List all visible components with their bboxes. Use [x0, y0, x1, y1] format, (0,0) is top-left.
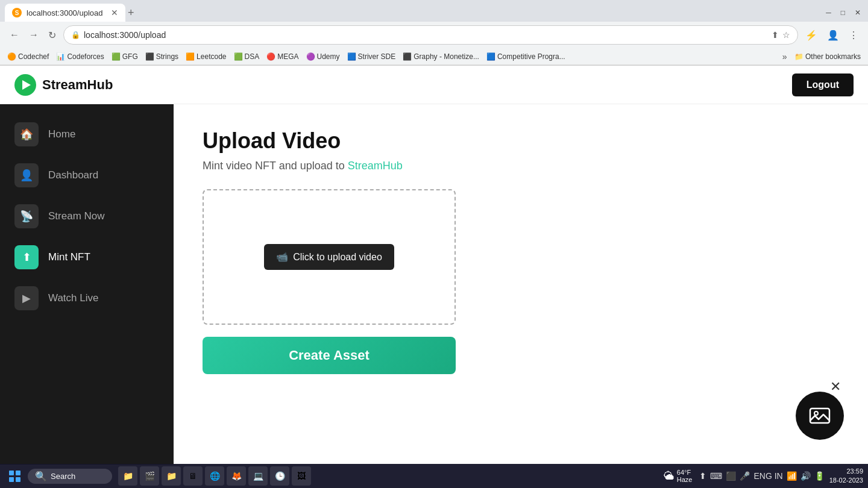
app-logo-text: StreamHub [42, 77, 113, 93]
logo-icon [14, 74, 36, 96]
tab-bar: S localhost:3000/upload ✕ + ─ □ ✕ [0, 0, 868, 22]
upload-dropzone[interactable]: 📹 Click to upload video [203, 189, 456, 325]
search-label: Search [51, 472, 75, 481]
tab-favicon: S [12, 8, 22, 17]
taskbar-app-firefox[interactable]: 🦊 [227, 466, 246, 486]
svg-rect-0 [810, 408, 829, 423]
bm-icon: 🟠 [7, 52, 16, 61]
bookmark-strings[interactable]: ⬛Strings [145, 52, 178, 61]
taskbar-app-files[interactable]: 📁 [118, 466, 137, 486]
taskbar-app-photos[interactable]: 🖼 [292, 466, 311, 486]
bookmarks-more-button[interactable]: » [782, 52, 787, 61]
maximize-button[interactable]: □ [838, 6, 848, 19]
volume-icon[interactable]: 🔊 [800, 471, 811, 481]
bm-icon: 🟧 [186, 52, 195, 61]
clock-date: 18-02-2023 [829, 476, 863, 485]
svg-point-1 [814, 411, 818, 415]
bookmark-mega[interactable]: 🔴MEGA [266, 52, 298, 61]
active-tab[interactable]: S localhost:3000/upload ✕ [5, 4, 125, 22]
extensions-button[interactable]: ⚡ [803, 27, 820, 43]
bm-icon: ⬛ [145, 52, 154, 61]
sidebar-item-mint-nft[interactable]: ⬆ Mint NFT [0, 237, 174, 278]
logout-button[interactable]: Logout [792, 74, 854, 96]
back-button[interactable]: ← [7, 27, 22, 43]
create-asset-button[interactable]: Create Asset [203, 337, 456, 374]
bookmark-bar: 🟠Codechef 📊Codeforces 🟩GFG ⬛Strings 🟧Lee… [0, 48, 868, 65]
system-tray-icons: ⬆ ⌨ ⬛ 🎤 ENG IN 📶 🔊 🔋 [699, 471, 824, 481]
taskbar-app-clock[interactable]: 🕒 [270, 466, 289, 486]
address-input[interactable]: 🔒 localhost:3000/upload ⬆ ☆ [63, 25, 798, 45]
tray-icon-1[interactable]: ⬆ [699, 471, 706, 481]
bookmark-gfg[interactable]: 🟩GFG [112, 52, 138, 61]
upload-video-button[interactable]: 📹 Click to upload video [264, 244, 394, 270]
taskbar-app-vscode[interactable]: 💻 [248, 466, 268, 486]
weather-condition: Haze [677, 476, 693, 483]
taskbar: 🔍 Search 📁 🎬 📁 🖥 🌐 🦊 💻 🕒 🖼 🌥 64°F Haze ⬆… [0, 464, 868, 488]
logo-area: StreamHub [14, 74, 113, 96]
taskbar-app-store[interactable]: 🖥 [183, 466, 203, 486]
address-text: localhost:3000/upload [84, 30, 768, 40]
sidebar: 🏠 Home 👤 Dashboard 📡 Stream Now ⬆ Mint N… [0, 104, 174, 465]
weather-icon: 🌥 [664, 470, 675, 483]
play-icon [22, 80, 31, 90]
bookmark-codechef[interactable]: 🟠Codechef [7, 52, 49, 61]
bookmark-competitive[interactable]: 🟦Competitive Progra... [486, 52, 565, 61]
bookmark-leetcode[interactable]: 🟧Leetcode [186, 52, 226, 61]
reload-button[interactable]: ↻ [46, 27, 58, 43]
address-action-icons: ⬆ ☆ [772, 30, 790, 40]
taskbar-app-edge[interactable]: 🌐 [205, 466, 224, 486]
mic-icon[interactable]: 🎤 [740, 471, 750, 481]
battery-icon[interactable]: 🔋 [814, 471, 825, 481]
sidebar-label-home: Home [48, 128, 75, 140]
other-bookmarks-button[interactable]: 📁 Other bookmarks [794, 52, 861, 61]
watch-icon: ▶ [14, 286, 39, 310]
menu-button[interactable]: ⋮ [846, 27, 861, 43]
tray-icon-2[interactable]: ⌨ [710, 471, 722, 481]
sidebar-item-stream-now[interactable]: 📡 Stream Now [0, 196, 174, 237]
tray-icon-3[interactable]: ⬛ [726, 471, 736, 481]
bm-icon: 🟩 [112, 52, 121, 61]
forward-button[interactable]: → [27, 27, 41, 43]
sidebar-label-dashboard: Dashboard [48, 169, 98, 181]
stream-icon: 📡 [14, 204, 39, 228]
sidebar-item-dashboard[interactable]: 👤 Dashboard [0, 155, 174, 196]
bm-icon: 🟣 [306, 52, 315, 61]
taskbar-clock[interactable]: 23:59 18-02-2023 [829, 467, 863, 486]
profile-button[interactable]: 👤 [825, 27, 841, 43]
bookmark-striver[interactable]: 🟦Striver SDE [347, 52, 396, 61]
wifi-icon[interactable]: 📶 [787, 471, 797, 481]
sidebar-label-watch-live: Watch Live [48, 292, 98, 304]
page-title: Upload Video [203, 128, 839, 154]
floating-image-button[interactable] [796, 392, 844, 440]
weather-temp: 64°F [677, 469, 693, 476]
bookmark-dsa[interactable]: 🟩DSA [234, 52, 260, 61]
app-body: 🏠 Home 👤 Dashboard 📡 Stream Now ⬆ Mint N… [0, 104, 868, 465]
bookmark-codeforces[interactable]: 📊Codeforces [56, 52, 104, 61]
taskbar-app-explorer[interactable]: 📁 [162, 466, 181, 486]
sidebar-item-watch-live[interactable]: ▶ Watch Live [0, 278, 174, 319]
taskbar-search[interactable]: 🔍 Search [28, 469, 112, 484]
address-bar: ← → ↻ 🔒 localhost:3000/upload ⬆ ☆ ⚡ 👤 ⋮ [0, 22, 868, 48]
sidebar-label-mint-nft: Mint NFT [48, 251, 90, 263]
bookmark-graphy[interactable]: ⬛Graphy - Monetize... [403, 52, 479, 61]
windows-logo [9, 471, 20, 482]
floating-close-button[interactable]: ✕ [830, 379, 841, 395]
sidebar-item-home[interactable]: 🏠 Home [0, 114, 174, 155]
subtitle-brand: StreamHub [348, 160, 403, 172]
share-icon[interactable]: ⬆ [772, 30, 779, 40]
new-tab-button[interactable]: + [128, 7, 134, 19]
bookmark-udemy[interactable]: 🟣Udemy [306, 52, 340, 61]
bm-icon: 🟩 [234, 52, 243, 61]
tab-close-button[interactable]: ✕ [111, 8, 118, 17]
window-controls: ─ □ ✕ [823, 6, 863, 19]
clock-time: 23:59 [829, 467, 863, 476]
close-button[interactable]: ✕ [852, 6, 863, 19]
bookmark-icon[interactable]: ☆ [782, 30, 790, 40]
language-label[interactable]: ENG IN [753, 471, 782, 481]
upload-button-label: Click to upload video [293, 252, 382, 263]
start-button[interactable] [5, 466, 24, 486]
taskbar-app-video[interactable]: 🎬 [140, 466, 159, 486]
app-header: StreamHub Logout [0, 66, 868, 104]
subtitle-static: Mint video NFT and upload to [203, 160, 348, 172]
minimize-button[interactable]: ─ [823, 6, 834, 19]
